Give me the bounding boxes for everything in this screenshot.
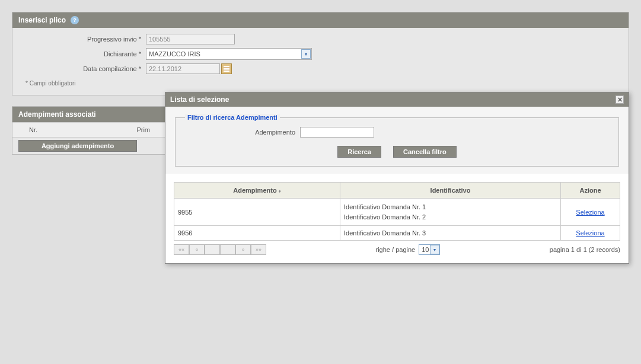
col-nr: Nr.: [12, 123, 54, 137]
search-button[interactable]: Ricerca: [337, 146, 381, 158]
mandatory-note: * Campi obbligatori: [18, 78, 623, 89]
data-label: Data compilazione *: [18, 65, 146, 72]
dichiarante-label: Dichiarante *: [18, 50, 146, 58]
chevron-down-icon: ▾: [301, 49, 311, 59]
panel-body: Progressivo invio * Dichiarante * MAZZUC…: [12, 28, 629, 95]
panel-header: Inserisci plico ?: [12, 12, 629, 28]
modal-header: Lista di selezione ✕: [165, 92, 629, 107]
filter-label: Adempimento: [181, 129, 300, 136]
close-icon[interactable]: ✕: [616, 95, 624, 104]
calendar-icon[interactable]: [221, 63, 232, 74]
filter-fieldset: Filtro di ricerca Adempimenti Adempiment…: [175, 114, 619, 167]
progressivo-input[interactable]: [146, 34, 235, 44]
modal-body: Filtro di ricerca Adempimenti Adempiment…: [165, 107, 629, 174]
help-icon[interactable]: ?: [71, 16, 79, 24]
col-prim: Prim: [54, 123, 155, 137]
data-input[interactable]: [146, 63, 220, 74]
panel-title: Inserisci plico: [18, 16, 66, 24]
selection-modal: Lista di selezione ✕ Filtro di ricerca A…: [165, 92, 629, 177]
dichiarante-value: MAZZUCCO IRIS: [149, 50, 200, 58]
dichiarante-select[interactable]: MAZZUCCO IRIS ▾: [146, 48, 312, 60]
results-area: Adempimento♦ Identificativo Azione 9955 …: [165, 174, 629, 177]
filter-legend: Filtro di ricerca Adempimenti: [185, 114, 280, 121]
add-adempimento-button[interactable]: Aggiungi adempimento: [18, 140, 137, 152]
filter-input[interactable]: [300, 127, 374, 138]
assoc-title: Adempimenti associati: [18, 110, 96, 119]
insert-plico-panel: Inserisci plico ? Progressivo invio * Di…: [12, 12, 629, 95]
modal-title: Lista di selezione: [170, 95, 229, 104]
clear-filter-button[interactable]: Cancella filtro: [393, 146, 457, 158]
progressivo-label: Progressivo invio *: [18, 36, 146, 43]
